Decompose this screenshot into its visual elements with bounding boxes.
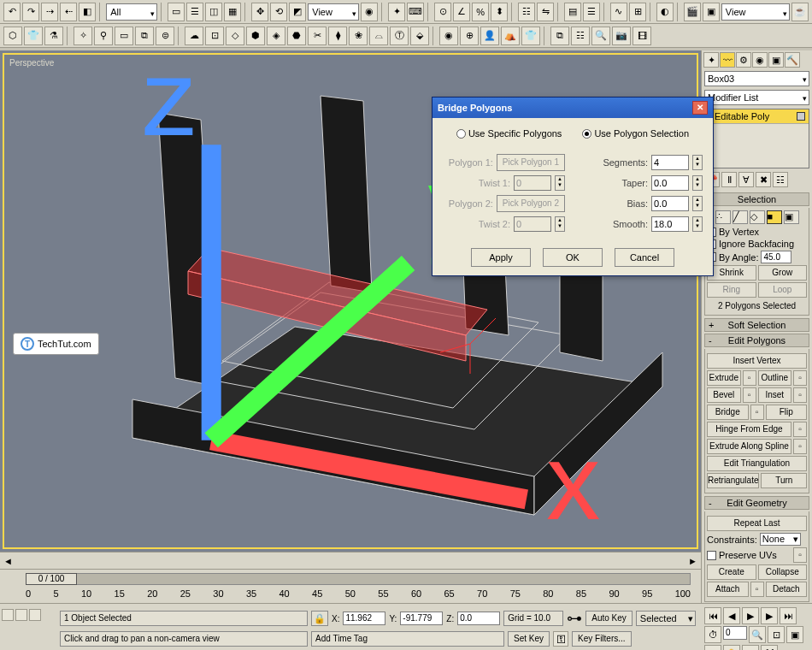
element-subobj-icon[interactable]: ▣	[784, 210, 799, 224]
tool-icon[interactable]: 📷	[612, 27, 631, 45]
smooth-input[interactable]: 18.0	[651, 216, 689, 232]
vertex-subobj-icon[interactable]: ∴	[715, 210, 731, 224]
orbit-icon[interactable]: ⟳	[742, 645, 759, 650]
tool-icon[interactable]: ✧	[74, 27, 92, 45]
ok-button[interactable]: OK	[543, 248, 603, 267]
pick-poly1-button[interactable]: Pick Polygon 1	[497, 154, 565, 171]
tool-icon[interactable]: ⬡	[3, 27, 22, 45]
ring-button[interactable]: Ring	[707, 282, 756, 298]
spinner-snap-icon[interactable]: ⬍	[491, 3, 508, 21]
loop-button[interactable]: Loop	[758, 282, 808, 298]
create-tab-icon[interactable]: ✦	[703, 52, 719, 68]
tool-icon[interactable]: ⛺	[501, 27, 520, 45]
tool-icon[interactable]: 👕	[24, 27, 43, 45]
scroll-right-icon[interactable]: ►	[688, 556, 697, 566]
flip-button[interactable]: Flip	[766, 405, 808, 420]
tool-icon[interactable]: ◉	[439, 27, 458, 45]
extrude-spline-settings-button[interactable]: ▫	[793, 439, 807, 454]
make-unique-icon[interactable]: ∀	[738, 172, 754, 187]
spinner-icon[interactable]: ▲▼	[555, 175, 565, 191]
scroll-left-icon[interactable]: ◄	[3, 556, 13, 566]
manipulate-icon[interactable]: ✦	[388, 3, 405, 21]
bevel-button[interactable]: Bevel	[707, 387, 741, 403]
goto-start-icon[interactable]: ⏮	[704, 607, 721, 624]
tool-icon[interactable]: ▭	[115, 27, 133, 45]
inset-button[interactable]: Inset	[758, 387, 792, 403]
time-tag-button[interactable]: Add Time Tag	[311, 631, 504, 647]
spinner-icon[interactable]: ▲▼	[692, 175, 703, 191]
bridge-settings-button[interactable]: ▫	[750, 405, 764, 420]
cancel-button[interactable]: Cancel	[615, 248, 674, 267]
insert-vertex-button[interactable]: Insert Vertex	[707, 353, 807, 369]
current-frame-input[interactable]: 0	[723, 626, 747, 640]
use-specific-radio[interactable]: Use Specific Polygons	[456, 128, 562, 139]
shrink-button[interactable]: Shrink	[707, 265, 756, 281]
by-angle-input[interactable]: 45.0	[761, 251, 791, 263]
key-mode-icon[interactable]: ⊶	[567, 609, 582, 628]
maximize-icon[interactable]: ⛶	[761, 645, 778, 650]
taper-input[interactable]: 0.0	[651, 175, 689, 191]
use-selection-radio[interactable]: Use Polygon Selection	[582, 128, 689, 139]
by-angle-checkbox[interactable]: By Angle:45.0	[707, 251, 807, 263]
tool-icon[interactable]: ⬢	[246, 27, 265, 45]
configure-sets-icon[interactable]: ☷	[773, 172, 788, 187]
ignore-backfacing-checkbox[interactable]: Ignore Backfacing	[707, 239, 807, 249]
attach-list-button[interactable]: ▫	[750, 582, 764, 597]
tool-icon[interactable]: ⊜	[156, 27, 174, 45]
close-icon[interactable]: ✕	[692, 101, 708, 115]
pick-poly2-button[interactable]: Pick Polygon 2	[497, 195, 565, 212]
polygon-subobj-icon[interactable]: ■	[767, 210, 782, 224]
schematic-icon[interactable]: ⊞	[629, 3, 646, 21]
mirror-icon[interactable]: ⇋	[537, 3, 554, 21]
material-editor-icon[interactable]: ◐	[656, 3, 674, 21]
tool-icon[interactable]: ⊡	[205, 27, 224, 45]
by-vertex-checkbox[interactable]: By Vertex	[707, 227, 807, 237]
tool-icon[interactable]: ⌓	[369, 27, 388, 45]
prev-frame-icon[interactable]: ◀	[723, 607, 740, 624]
render-scene-icon[interactable]: 🎬	[684, 3, 701, 21]
layers-icon[interactable]: ☰	[583, 3, 600, 21]
curve-editor-icon[interactable]: ∿	[610, 3, 627, 21]
spinner-icon[interactable]: ▲▼	[692, 216, 703, 232]
quick-render-icon[interactable]: ☕	[791, 3, 809, 21]
keyboard-icon[interactable]: ⌨	[407, 3, 424, 21]
preserve-uvs-checkbox[interactable]: Preserve UVs▫	[707, 547, 807, 563]
attach-button[interactable]: Attach	[707, 582, 749, 597]
spinner-icon[interactable]: ▲▼	[692, 196, 703, 211]
repeat-last-button[interactable]: Repeat Last	[707, 516, 807, 531]
percent-snap-icon[interactable]: %	[472, 3, 489, 21]
play-icon[interactable]: ▶	[742, 607, 759, 624]
extrude-button[interactable]: Extrude	[707, 370, 741, 386]
tool-icon[interactable]: ◇	[226, 27, 244, 45]
retriangulate-button[interactable]: Retriangulate	[707, 473, 759, 488]
modifier-stack[interactable]: ▪ Editable Poly	[704, 109, 809, 168]
tool-icon[interactable]: ✂	[308, 27, 327, 45]
selection-filter-dropdown[interactable]: All	[106, 3, 157, 21]
display-tab-icon[interactable]: ▣	[768, 52, 784, 68]
tool-icon[interactable]: ⊕	[460, 27, 479, 45]
remove-mod-icon[interactable]: ✖	[756, 172, 771, 187]
extrude-spline-button[interactable]: Extrude Along Spline	[707, 439, 791, 454]
hierarchy-tab-icon[interactable]: ⚙	[736, 52, 751, 68]
scale-icon[interactable]: ◩	[289, 3, 306, 21]
bridge-button[interactable]: Bridge	[707, 405, 749, 420]
edit-geometry-rollout-header[interactable]: -Edit Geometry	[704, 496, 809, 510]
detach-button[interactable]: Detach	[766, 582, 808, 597]
set-key-button[interactable]: Set Key	[508, 631, 550, 647]
rotate-icon[interactable]: ⟲	[270, 3, 287, 21]
inset-settings-button[interactable]: ▫	[793, 387, 807, 403]
render-preset-dropdown[interactable]: View	[721, 3, 790, 21]
snap-toggle-icon[interactable]: ⊙	[434, 3, 451, 21]
mini-listener-icon[interactable]	[29, 609, 41, 621]
spinner-icon[interactable]: ▲▼	[555, 216, 565, 232]
lock-icon[interactable]: 🔒	[311, 611, 328, 626]
twist2-input[interactable]: 0	[514, 216, 551, 232]
modify-tab-icon[interactable]: 〰	[720, 52, 735, 68]
named-sel-icon[interactable]: ☷	[518, 3, 535, 21]
bevel-settings-button[interactable]: ▫	[743, 387, 756, 403]
tool-icon[interactable]: ❀	[349, 27, 368, 45]
auto-key-button[interactable]: Auto Key	[585, 611, 633, 626]
edge-subobj-icon[interactable]: ╱	[733, 210, 748, 224]
z-coord-input[interactable]: 0.0	[457, 612, 500, 625]
tool-icon[interactable]: ⚗	[44, 27, 63, 45]
